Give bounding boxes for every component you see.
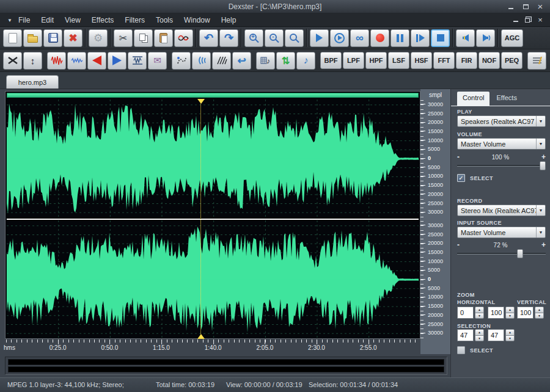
zoom-h-start-value[interactable]: 0 bbox=[457, 307, 474, 319]
menu-filters[interactable]: Filters bbox=[123, 15, 146, 25]
time-ruler[interactable]: hms 0:25.00:50.01:15.01:40.02:05.02:30.0… bbox=[6, 339, 418, 354]
crossfade-button[interactable] bbox=[3, 52, 22, 70]
filter-bpf-button[interactable]: BPF bbox=[320, 52, 342, 69]
menu-file[interactable]: File bbox=[17, 15, 31, 25]
filter-fft-button[interactable]: FFT bbox=[433, 52, 455, 69]
mdi-restore-button[interactable] bbox=[523, 16, 533, 24]
selection-end-value[interactable]: 47 bbox=[488, 329, 504, 341]
zoom-vertical-spinner[interactable]: 100 ▲ ▼ bbox=[517, 307, 544, 319]
volume-slider-track[interactable] bbox=[457, 165, 546, 167]
play-button[interactable] bbox=[310, 29, 329, 47]
loop-button[interactable]: ∞ bbox=[350, 29, 369, 47]
zoom-in-button[interactable]: + bbox=[244, 29, 263, 47]
dropdown-arrow-icon[interactable]: ▼ bbox=[536, 116, 545, 126]
spin-down-button[interactable]: ▼ bbox=[475, 335, 484, 342]
filter-hsf-button[interactable]: HSF bbox=[411, 52, 432, 69]
spin-up-button[interactable]: ▲ bbox=[505, 329, 515, 336]
agc-button[interactable]: AGC bbox=[501, 29, 523, 47]
menu-view[interactable]: View bbox=[64, 15, 82, 25]
menu-effects[interactable]: Effects bbox=[90, 15, 115, 25]
normalize-button[interactable] bbox=[128, 52, 147, 70]
zoom-h-start-spinner[interactable]: 0 ▲ ▼ bbox=[457, 307, 484, 319]
cut-button[interactable]: ✂ bbox=[114, 29, 133, 47]
paste-button[interactable] bbox=[154, 29, 173, 47]
waveform-channel-right[interactable] bbox=[7, 220, 419, 339]
mdi-close-button[interactable]: × bbox=[535, 16, 545, 24]
selection-end-spinner[interactable]: 47 ▲ ▼ bbox=[488, 329, 515, 341]
new-file-button[interactable] bbox=[3, 29, 22, 47]
record-device-dropdown[interactable]: Stereo Mix (Realtek AC97 A ▼ bbox=[457, 205, 546, 216]
spin-down-button[interactable]: ▼ bbox=[505, 335, 515, 342]
menu-edit[interactable]: Edit bbox=[40, 15, 55, 25]
reverse-button[interactable]: ↩ bbox=[232, 52, 251, 70]
close-file-button[interactable]: ✖ bbox=[64, 29, 82, 47]
convert-format-button[interactable]: ♪ bbox=[296, 52, 315, 70]
input-plus-button[interactable]: + bbox=[541, 242, 546, 249]
menu-window[interactable]: Window bbox=[183, 15, 211, 25]
input-slider-track[interactable] bbox=[457, 253, 546, 255]
spin-up-button[interactable]: ▲ bbox=[475, 329, 484, 336]
redo-button[interactable]: ↷ bbox=[219, 29, 238, 47]
volume-plus-button[interactable]: + bbox=[541, 154, 546, 161]
zoom-out-button[interactable]: - bbox=[265, 29, 284, 47]
stop-button[interactable] bbox=[431, 29, 450, 47]
record-button[interactable] bbox=[370, 29, 389, 47]
dropdown-arrow-icon[interactable]: ▼ bbox=[536, 227, 545, 238]
input-source-dropdown[interactable]: Master Volume ▼ bbox=[457, 227, 546, 238]
selection-start-value[interactable]: 47 bbox=[457, 329, 474, 341]
attenuate-button[interactable] bbox=[67, 52, 86, 70]
reverb-button[interactable] bbox=[172, 52, 191, 70]
zoom-vertical-value[interactable]: 100 bbox=[517, 307, 534, 319]
toolbar-options-chevron-icon[interactable]: ▼ bbox=[7, 18, 12, 23]
filter-fir-button[interactable]: FIR bbox=[456, 52, 477, 69]
save-file-button[interactable] bbox=[43, 29, 62, 47]
filter-hpf-button[interactable]: HPF bbox=[365, 52, 387, 69]
input-minus-button[interactable]: - bbox=[457, 242, 460, 249]
input-slider-thumb[interactable] bbox=[517, 249, 523, 258]
dropdown-arrow-icon[interactable]: ▼ bbox=[536, 205, 545, 216]
waveform-panel[interactable] bbox=[5, 91, 420, 339]
tab-control[interactable]: Control bbox=[457, 92, 490, 106]
center-channel-button[interactable]: ↕ bbox=[23, 52, 42, 70]
menu-tools[interactable]: Tools bbox=[155, 15, 174, 25]
minimize-button[interactable] bbox=[505, 2, 517, 11]
spin-up-button[interactable]: ▲ bbox=[505, 307, 515, 313]
playback-device-button[interactable] bbox=[456, 29, 475, 47]
play-select-checkbox[interactable]: ✓ bbox=[457, 174, 465, 182]
open-file-button[interactable] bbox=[23, 29, 42, 47]
zoom-h-end-value[interactable]: 100 bbox=[488, 307, 504, 319]
filter-lpf-button[interactable]: LPF bbox=[343, 52, 364, 69]
volume-source-dropdown[interactable]: Master Volume ▼ bbox=[457, 138, 546, 150]
amplify-button[interactable] bbox=[47, 52, 66, 70]
spin-down-button[interactable]: ▼ bbox=[475, 313, 484, 319]
envelope-button[interactable]: ✉ bbox=[148, 52, 167, 70]
spin-down-button[interactable]: ▼ bbox=[535, 313, 544, 319]
mix-paste-button[interactable] bbox=[174, 29, 193, 47]
play-all-button[interactable] bbox=[330, 29, 349, 47]
spin-up-button[interactable]: ▲ bbox=[475, 307, 484, 313]
fade-out-button[interactable] bbox=[87, 52, 106, 70]
settings-button[interactable]: ⚙ bbox=[89, 29, 108, 47]
record-device-button[interactable] bbox=[476, 29, 495, 47]
overview-position-bar[interactable] bbox=[7, 93, 419, 98]
volume-slider[interactable] bbox=[457, 161, 546, 170]
close-button[interactable]: × bbox=[534, 2, 546, 11]
tab-effects[interactable]: Effects bbox=[491, 92, 522, 106]
dropdown-arrow-icon[interactable]: ▼ bbox=[536, 139, 545, 149]
resample-button[interactable]: ⇅ bbox=[276, 52, 295, 70]
waveform-channel-left[interactable] bbox=[7, 100, 419, 218]
volume-minus-button[interactable]: - bbox=[457, 154, 460, 161]
selection-start-spinner[interactable]: 47 ▲ ▼ bbox=[457, 329, 484, 341]
zoom-select-checkbox[interactable] bbox=[457, 346, 465, 354]
copy-button[interactable] bbox=[134, 29, 153, 47]
insert-silence-button[interactable]: ♪ bbox=[256, 52, 275, 70]
fade-in-button[interactable] bbox=[108, 52, 127, 70]
zoom-h-end-spinner[interactable]: 100 ▲ ▼ bbox=[488, 307, 515, 319]
echo-button[interactable] bbox=[192, 52, 211, 70]
spin-up-button[interactable]: ▲ bbox=[535, 307, 544, 313]
filter-peq-button[interactable]: PEQ bbox=[501, 52, 522, 69]
pause-button[interactable] bbox=[391, 29, 409, 47]
volume-slider-thumb[interactable] bbox=[540, 161, 546, 170]
play-from-cursor-button[interactable] bbox=[411, 29, 430, 47]
equalizer-button[interactable] bbox=[527, 52, 546, 70]
